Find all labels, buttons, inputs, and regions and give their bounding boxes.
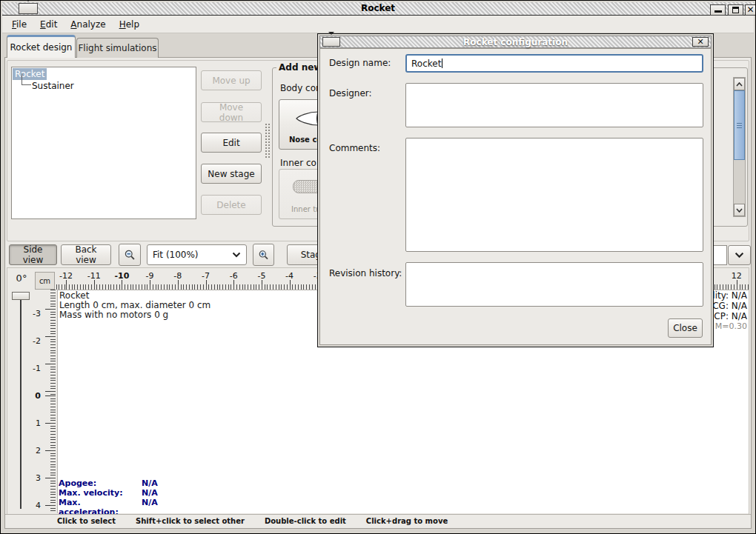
v-ruler-tick-label: -2 [33,336,41,346]
move-up-button[interactable]: Move up [201,70,262,90]
v-ruler-tick-label: 3 [36,473,41,483]
rotation-slider-track[interactable] [20,297,21,509]
revision-history-textarea[interactable] [405,262,703,307]
inner-component-label: Inner co [280,158,316,168]
zoom-select-value: Fit (100%) [153,250,199,260]
window-title: Rocket [2,3,754,13]
minimize-button[interactable] [710,4,726,16]
text-caret [442,59,442,68]
comments-textarea[interactable] [405,138,703,252]
zoom-in-icon [258,248,269,262]
max-velocity-value: N/A [142,488,158,498]
scrollbar-thumb[interactable] [734,90,745,160]
hint-double-click: Double-click to edit [265,517,346,525]
component-scrollbar[interactable] [733,77,746,217]
tab-flight-simulations[interactable]: Flight simulations [76,38,159,58]
v-ruler-tick-label: 0 [35,391,41,401]
apogee-value: N/A [142,478,158,488]
back-view-button[interactable]: Back view [61,244,111,265]
ruler-unit-label: cm [35,272,55,290]
splitter-handle[interactable] [265,123,271,158]
dialog-close-action-button[interactable]: Close [668,318,703,338]
scroll-up-button[interactable] [734,78,745,90]
close-icon: ✕ [746,5,754,15]
v-ruler-tick-label: 2 [36,446,41,455]
side-view-button[interactable]: Side view [9,244,57,265]
title-bar[interactable]: Rocket ✕ [2,2,754,16]
body-components-label: Body con [280,83,322,93]
design-name-label: Design name: [329,58,391,68]
new-stage-button[interactable]: New stage [201,164,262,184]
hint-click-select: Click to select [57,517,116,525]
v-ruler-tick-label: 4 [36,501,41,510]
minimize-icon [714,8,722,13]
zoom-select[interactable]: Fit (100%) [147,244,247,265]
status-hint-bar: Click to select Shift+click to select ot… [5,514,751,527]
zoom-out-icon [124,248,136,262]
tab-rocket-design[interactable]: Rocket design [7,35,76,58]
maximize-button[interactable] [728,4,743,16]
v-ruler-numbers: -3-2-101234 [26,290,42,513]
hint-click-drag: Click+drag to move [366,517,448,525]
dialog-title: Rocket configuration [320,37,711,47]
close-icon: ✕ [697,38,703,46]
delete-button[interactable]: Delete [201,195,262,215]
v-ruler-tick-label: 1 [36,418,41,428]
menu-edit[interactable]: Edit [33,18,64,31]
menu-help[interactable]: Help [113,18,146,31]
chevron-down-icon [232,252,241,258]
menu-analyze[interactable]: Analyze [64,18,112,31]
v-ruler-tick-label: -1 [33,364,41,373]
rocket-info-line: Mass with no motors 0 g [59,310,210,320]
rocket-info-text: Rocket Length 0 cm, max. diameter 0 cm M… [59,291,210,320]
design-name-value: Rocket [411,59,441,69]
v-ruler-tick-label: -3 [33,309,41,318]
max-velocity-label: Max. velocity: [59,488,142,498]
hint-shift-click: Shift+click to select other [136,517,245,525]
component-tree[interactable]: Rocket Sustainer [11,67,196,219]
menu-file[interactable]: File [5,18,33,31]
close-button[interactable]: ✕ [745,4,756,16]
dialog-close-button[interactable]: ✕ [692,37,709,47]
flight-data-block: Apogee:N/A Max. velocity:N/A Max. accele… [59,478,158,517]
scroll-down-button[interactable] [734,204,745,216]
v-ruler-minor-ticks [50,290,56,513]
apogee-label: Apogee: [59,478,142,488]
revision-history-label: Revision history: [329,268,402,278]
dialog-title-bar[interactable]: Rocket configuration ✕ [319,36,712,48]
scroll-down-icon [736,208,743,213]
rocket-configuration-dialog: Rocket configuration ✕ Design name: Rock… [317,33,714,347]
designer-textarea[interactable] [405,83,703,127]
stage-select-dropdown-button[interactable] [728,245,751,265]
design-name-input[interactable]: Rocket [405,54,703,73]
tree-elbow-line [21,73,31,85]
comments-label: Comments: [329,143,380,153]
scroll-up-icon [736,82,743,87]
zoom-out-button[interactable] [119,244,141,266]
maximize-icon [732,7,739,13]
main-window: Rocket ✕ File Edit Analyze Help Rocket d… [0,0,756,534]
edit-button[interactable]: Edit [201,133,262,153]
chevron-down-icon [735,252,744,258]
tree-item-sustainer[interactable]: Sustainer [32,80,74,92]
zoom-in-button[interactable] [253,244,274,266]
designer-label: Designer: [329,88,372,99]
move-down-button[interactable]: Move down [201,102,262,122]
rotation-value: 0° [10,273,33,284]
menu-bar: File Edit Analyze Help [2,16,754,33]
